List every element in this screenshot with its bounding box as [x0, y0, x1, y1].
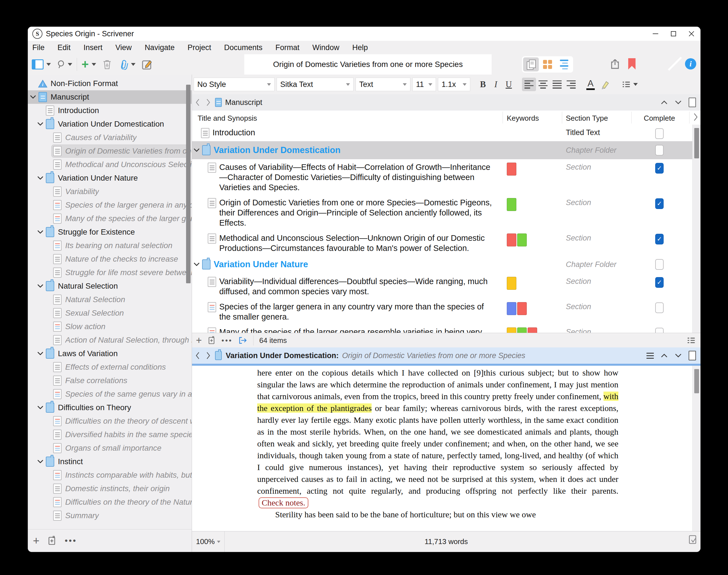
- chevron-down-icon[interactable]: [37, 406, 46, 410]
- outline-row[interactable]: Variation Under NatureChapter Folder: [192, 256, 700, 273]
- binder-item[interactable]: Struggle for Existence: [28, 225, 192, 239]
- column-keywords[interactable]: Keywords: [507, 114, 539, 123]
- binder-item[interactable]: iNon-Fiction Format: [28, 77, 192, 90]
- binder-toggle-icon[interactable]: [32, 59, 44, 69]
- editor-paragraph[interactable]: here enter on the copious details which …: [257, 367, 618, 509]
- binder-item[interactable]: False correlations: [28, 374, 192, 387]
- complete-checkbox[interactable]: ✓: [655, 163, 664, 174]
- underline-button[interactable]: U: [502, 78, 515, 91]
- view-mode-corkboard-button[interactable]: [540, 57, 555, 71]
- minimize-button[interactable]: [647, 27, 664, 41]
- binder-item[interactable]: Diversified habits in the same species: [28, 428, 192, 441]
- nav-back-button[interactable]: [195, 98, 200, 106]
- compose-icon[interactable]: [142, 59, 152, 70]
- binder-item[interactable]: Natural Selection: [28, 279, 192, 293]
- align-right-button[interactable]: [564, 78, 578, 91]
- editor-nav-forward-button[interactable]: [206, 352, 211, 360]
- binder-item[interactable]: Difficulties on the theory of descent wi…: [28, 414, 192, 428]
- binder-more-button[interactable]: •••: [65, 536, 77, 545]
- binder-item[interactable]: Slow action: [28, 320, 192, 333]
- menu-format[interactable]: Format: [276, 43, 300, 52]
- chevron-down-icon[interactable]: [194, 148, 202, 152]
- maximize-button[interactable]: [664, 27, 683, 41]
- search-icon[interactable]: [57, 60, 66, 69]
- outline-add-button[interactable]: +: [196, 335, 202, 345]
- font-size-dropdown[interactable]: 11: [412, 78, 436, 91]
- search-dropdown[interactable]: [68, 63, 72, 66]
- binder-item[interactable]: Its bearing on natural selection: [28, 239, 192, 252]
- split-editor-icon[interactable]: [689, 98, 696, 107]
- outline-more-button[interactable]: •••: [221, 336, 232, 345]
- nav-forward-button[interactable]: [206, 98, 211, 106]
- complete-checkbox[interactable]: [655, 302, 664, 313]
- page-check-icon[interactable]: [689, 535, 696, 544]
- add-item-button[interactable]: +: [81, 59, 89, 70]
- outline-row[interactable]: Variability—Individual differences—Doubt…: [192, 273, 700, 299]
- outline-add-file-button[interactable]: [208, 336, 215, 345]
- complete-checkbox[interactable]: [655, 145, 664, 156]
- editor-scroll-track[interactable]: [692, 366, 700, 531]
- editor-nav-back-button[interactable]: [195, 352, 200, 360]
- menu-navigate[interactable]: Navigate: [145, 43, 175, 52]
- outline-list-options-icon[interactable]: [687, 337, 700, 344]
- binder-item[interactable]: Introduction: [28, 104, 192, 117]
- chevron-down-icon[interactable]: [194, 263, 202, 266]
- binder-item[interactable]: Action of Natural Selection, through D..…: [28, 333, 192, 347]
- binder-item[interactable]: Many of the species of the larger gene..…: [28, 212, 192, 225]
- binder-item[interactable]: Effects of external conditions: [28, 360, 192, 374]
- binder-item[interactable]: Origin of Domestic Varieties from one ..…: [28, 144, 192, 158]
- previous-document-button[interactable]: [660, 100, 668, 105]
- menu-project[interactable]: Project: [187, 43, 211, 52]
- chevron-down-icon[interactable]: [37, 352, 46, 356]
- paperclip-icon[interactable]: [118, 59, 129, 70]
- complete-checkbox[interactable]: ✓: [655, 234, 664, 244]
- font-family-dropdown[interactable]: Sitka Text: [277, 78, 354, 91]
- editor-header-document[interactable]: Origin of Domestic Varieties from one or…: [342, 351, 525, 360]
- binder-item[interactable]: Struggle for life most severe between i.…: [28, 266, 192, 279]
- export-outline-icon[interactable]: [239, 337, 247, 344]
- binder-item[interactable]: Causes of Variability: [28, 131, 192, 144]
- editor-paragraph[interactable]: Sterility has been said to be the bane o…: [257, 509, 618, 520]
- outline-row[interactable]: Origin of Domestic Varieties from one or…: [192, 195, 700, 230]
- binder-item[interactable]: Variation Under Nature: [28, 171, 192, 185]
- binder-item[interactable]: Variation Under Domestication: [28, 117, 192, 131]
- binder-item[interactable]: Natural Selection: [28, 293, 192, 306]
- list-format-button[interactable]: [622, 81, 638, 88]
- outline-row[interactable]: Methodical and Unconscious Selection—Unk…: [192, 230, 700, 256]
- outline-row[interactable]: Variation Under DomesticationChapter Fol…: [192, 141, 700, 159]
- binder-item[interactable]: Instinct: [28, 455, 192, 468]
- text-color-button[interactable]: A: [585, 79, 595, 90]
- chevron-down-icon[interactable]: [37, 460, 46, 464]
- italic-button[interactable]: I: [489, 78, 502, 91]
- add-item-dropdown[interactable]: [92, 63, 96, 66]
- paperclip-dropdown[interactable]: [131, 63, 136, 66]
- chevron-down-icon[interactable]: [37, 230, 46, 234]
- editor-header-chapter[interactable]: Variation Under Domestication:: [226, 351, 339, 360]
- align-center-button[interactable]: [536, 78, 550, 91]
- column-title-and-synopsis[interactable]: Title and Synopsis: [197, 114, 257, 123]
- complete-checkbox[interactable]: ✓: [655, 198, 664, 209]
- menu-help[interactable]: Help: [352, 43, 368, 52]
- column-complete[interactable]: Complete: [631, 114, 688, 123]
- toolbar-document-title[interactable]: Origin of Domestic Varieties from one or…: [244, 54, 492, 74]
- editor-scrollbar-thumb[interactable]: [694, 369, 699, 393]
- editor-text[interactable]: here enter on the copious details which …: [192, 366, 700, 520]
- binder-item[interactable]: Methodical and Unconscious Selection: [28, 158, 192, 171]
- binder-item[interactable]: Variability: [28, 185, 192, 198]
- menu-insert[interactable]: Insert: [83, 43, 103, 52]
- binder-add-file-button[interactable]: [48, 536, 56, 545]
- editor-previous-document-button[interactable]: [660, 353, 668, 358]
- chevron-down-icon[interactable]: [37, 176, 46, 180]
- menu-documents[interactable]: Documents: [224, 43, 262, 52]
- complete-checkbox[interactable]: [655, 128, 664, 139]
- bookmark-icon[interactable]: [628, 58, 635, 69]
- binder-scrollbar[interactable]: [186, 85, 190, 283]
- complete-checkbox[interactable]: ✓: [655, 277, 664, 288]
- chevron-down-icon[interactable]: [30, 95, 38, 99]
- chevron-down-icon[interactable]: [37, 284, 46, 288]
- binder-item[interactable]: Instincts comparable with habits, but ..…: [28, 468, 192, 482]
- outline-row[interactable]: Species of the larger genera in any coun…: [192, 299, 700, 324]
- binder-item[interactable]: Difficulties on Theory: [28, 401, 192, 414]
- line-spacing-dropdown[interactable]: 1.1x: [438, 78, 470, 91]
- column-options-chevron[interactable]: [693, 113, 698, 121]
